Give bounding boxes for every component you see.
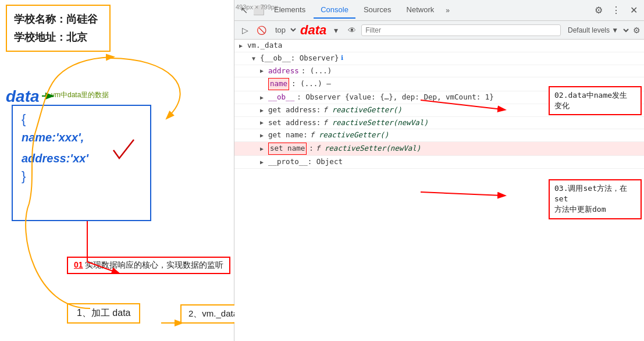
left-panel: 学校名称：尚硅谷 学校地址：北京 data vm中data里的数据 { name… <box>0 0 234 341</box>
close-icon[interactable]: ✕ <box>625 2 642 19</box>
address-key: address <box>268 66 299 77</box>
get-address-func: f reactiveGetter() <box>323 105 401 116</box>
data-label: data <box>6 87 40 106</box>
step1-label: 1、加工 data <box>77 308 130 318</box>
dropdown-arrow[interactable]: ▾ <box>329 23 343 37</box>
name-colon: : (...) — <box>291 79 331 90</box>
filter-input[interactable] <box>361 24 561 36</box>
set-address-text: set address: <box>268 118 321 129</box>
more-options-icon[interactable]: ⋮ <box>608 2 624 19</box>
code-name-line: name:'xxx', <box>22 127 141 148</box>
expand-arrow: ▶ <box>239 41 245 50</box>
right-panel: 493px × 799px ↖ ⬜ Elements Console Sourc… <box>234 0 644 341</box>
set-name-text: set name <box>270 144 305 152</box>
address-colon: : (...) <box>301 66 332 77</box>
annotation-01-text: 实现数据响应的核心，实现数据的监听 <box>85 260 223 269</box>
step1-box: 1、加工 data <box>67 303 140 324</box>
console-content[interactable]: ▶ vm._data ▼ {__ob__: Observer} ℹ ▶ addr… <box>234 40 644 341</box>
expand-arrow5: ▶ <box>260 93 266 102</box>
annotation-01-box: 01 实现数据响应的核心，实现数据的监听 <box>67 257 230 274</box>
expand-arrow9: ▶ <box>260 144 266 153</box>
name-highlight: name <box>268 78 289 90</box>
run-icon[interactable]: ▷ <box>238 23 252 37</box>
expand-arrow10: ▶ <box>260 158 266 166</box>
pixel-size-label: 493px × 799px <box>236 3 277 10</box>
expand-arrow2: ▼ <box>252 54 258 63</box>
info-icon: ℹ <box>341 54 343 63</box>
school-name: 学校名称：尚硅谷 <box>14 10 102 29</box>
devtools-tabs: ↖ ⬜ Elements Console Sources Network » ⚙… <box>234 0 644 21</box>
get-name-func: f reactiveGetter() <box>310 130 389 141</box>
code-close: } <box>22 169 141 184</box>
block-icon[interactable]: 🚫 <box>254 23 268 37</box>
ob-key: __ob__ <box>268 92 294 103</box>
settings-icon[interactable]: ⚙ <box>590 2 607 19</box>
expand-arrow8: ▶ <box>260 131 266 140</box>
expand-arrow6: ▶ <box>260 106 266 115</box>
vm-annotation: vm中data里的数据 <box>51 90 109 100</box>
tab-network[interactable]: Network <box>400 2 442 19</box>
expand-arrow7: ▶ <box>260 118 266 127</box>
proto-text: __proto__: Object <box>268 157 343 168</box>
annotation-top-text: 02.data中name发生 变化 <box>554 91 627 110</box>
console-line-proto: ▶ __proto__: Object <box>234 156 644 169</box>
vm-data-text: vm._data <box>247 40 282 51</box>
data-red-label: data <box>300 23 326 38</box>
code-address-line: address:'xx' <box>22 148 141 169</box>
set-address-func: f reactiveSetter(newVal) <box>323 118 428 129</box>
svg-line-3 <box>421 192 502 196</box>
console-gear-icon[interactable]: ⚙ <box>633 26 641 35</box>
annotation-01-num: 01 <box>74 260 83 269</box>
console-line-set-address: ▶ set address: f reactiveSetter(newVal) <box>234 117 644 130</box>
default-levels-select[interactable]: Default levels ▼ <box>563 24 631 36</box>
console-line-get-name: ▶ get name: f reactiveGetter() <box>234 129 644 142</box>
tab-console[interactable]: Console <box>314 2 355 19</box>
expand-arrow4 <box>260 80 266 88</box>
eye-icon[interactable]: 👁 <box>345 23 359 37</box>
get-name-text: get name: <box>268 130 308 141</box>
annotation-right-top: 02.data中name发生 变化 <box>549 86 642 115</box>
school-address: 学校地址：北京 <box>14 29 102 47</box>
expand-arrow3: ▶ <box>260 66 266 75</box>
tab-sources[interactable]: Sources <box>357 2 399 19</box>
console-line-address: ▶ address : (...) <box>234 65 644 78</box>
school-info-box: 学校名称：尚硅谷 学校地址：北京 <box>6 5 111 52</box>
set-name-colon: : <box>309 143 314 154</box>
annotation-bottom-text: 03.调用set方法，在set方法中更新dom <box>554 184 627 214</box>
code-box: { name:'xxx', address:'xx' } <box>12 105 151 221</box>
get-address-text: get address: <box>268 105 321 116</box>
console-line-set-name: ▶ set name : f reactiveSetter(newVal) <box>234 142 644 156</box>
ob-val: : Observer {value: {…}, dep: Dep, vmCoun… <box>297 92 494 103</box>
console-line-observer: ▼ {__ob__: Observer} ℹ <box>234 52 644 65</box>
set-name-func: f reactiveSetter(newVal) <box>316 143 421 154</box>
context-select[interactable]: top <box>271 24 298 36</box>
console-line-vmdata: ▶ vm._data <box>234 40 644 52</box>
name-key: name <box>270 79 287 88</box>
tab-more[interactable]: » <box>442 4 453 17</box>
observer-text: {__ob__: Observer} <box>260 53 339 64</box>
annotation-right-bottom: 03.调用set方法，在set方法中更新dom <box>549 179 642 219</box>
code-open: { <box>22 112 141 127</box>
set-name-highlight: set name <box>268 143 307 155</box>
console-toolbar: ▷ 🚫 top data ▾ 👁 Default levels ▼ ⚙ <box>234 21 644 40</box>
